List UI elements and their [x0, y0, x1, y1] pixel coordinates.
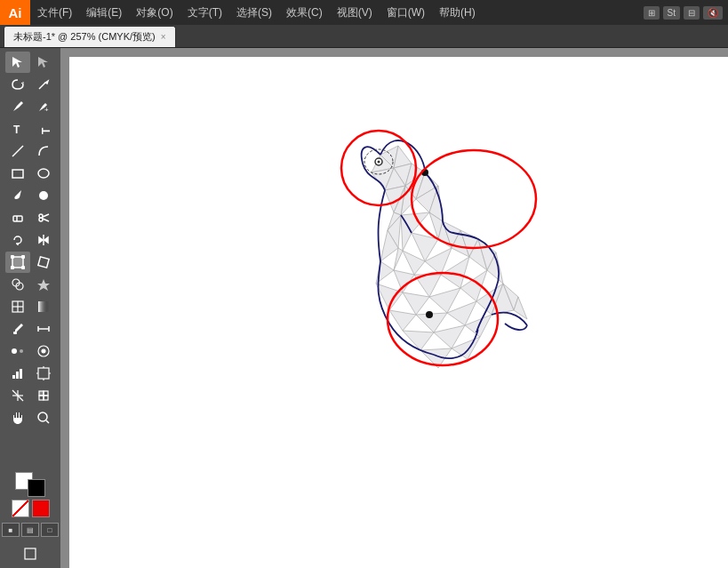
stroke-swatch[interactable] [28, 479, 45, 497]
zoom-tool[interactable] [31, 407, 56, 428]
ellipse-tool[interactable] [31, 163, 56, 184]
blob-brush-tool[interactable] [31, 185, 56, 206]
direct-select-tool[interactable] [31, 52, 56, 73]
menu-view[interactable]: 视图(V) [330, 0, 380, 25]
svg-text:T: T [40, 127, 51, 134]
gradient-mode-btn[interactable]: ▤ [21, 523, 39, 537]
svg-rect-20 [12, 257, 23, 268]
svg-marker-18 [39, 237, 43, 243]
svg-point-36 [12, 348, 17, 354]
magic-wand-tool[interactable] [31, 74, 56, 95]
svg-rect-53 [39, 396, 44, 400]
hand-tool[interactable] [5, 407, 30, 428]
type-tool[interactable]: T [5, 118, 30, 140]
artboard-tool[interactable] [31, 363, 56, 384]
menu-object[interactable]: 对象(O) [129, 0, 180, 25]
change-screen-mode-btn[interactable] [18, 543, 43, 564]
symbol-sprayer-tool[interactable] [31, 340, 56, 362]
svg-point-10 [39, 191, 48, 200]
lasso-tool[interactable] [5, 74, 30, 95]
svg-line-16 [43, 219, 49, 221]
slice-select-tool[interactable] [31, 385, 56, 406]
svg-text:T: T [13, 124, 20, 136]
select-tool[interactable] [5, 52, 30, 73]
svg-point-23 [11, 267, 13, 269]
tabbar: 未标题-1* @ 257% (CMYK/预览) × [0, 25, 728, 48]
svg-rect-25 [37, 257, 48, 268]
left-toolbar: + T T [0, 48, 60, 568]
svg-point-55 [38, 412, 47, 421]
arc-tool[interactable] [31, 140, 56, 162]
svg-rect-32 [13, 332, 17, 334]
eraser-tool[interactable] [5, 207, 30, 228]
grid-btn[interactable]: ⊟ [684, 6, 700, 20]
tab-title: 未标题-1* @ 257% (CMYK/预览) [13, 30, 156, 44]
fill-stroke-stack [15, 472, 45, 497]
titlebar: Ai 文件(F) 编辑(E) 对象(O) 文字(T) 选择(S) 效果(C) 视… [0, 0, 728, 25]
audio-btn[interactable]: 🔇 [703, 6, 723, 20]
svg-rect-54 [44, 396, 48, 400]
mesh-tool[interactable] [5, 296, 30, 317]
svg-marker-19 [44, 237, 48, 243]
scissors-tool[interactable] [31, 207, 56, 228]
shape-builder-tool[interactable] [5, 274, 30, 295]
none-swatch[interactable] [12, 500, 29, 517]
pen-tool[interactable] [5, 96, 30, 117]
svg-marker-97 [389, 310, 416, 331]
menu-effect[interactable]: 效果(C) [279, 0, 330, 25]
color-swatches: ■ ▤ □ [0, 467, 60, 542]
tab-close-btn[interactable]: × [161, 32, 166, 42]
ai-logo: Ai [0, 0, 30, 25]
type-vertical-tool[interactable]: T [31, 118, 56, 140]
menubar: 文件(F) 编辑(E) 对象(O) 文字(T) 选择(S) 效果(C) 视图(V… [30, 0, 644, 25]
add-anchor-tool[interactable]: + [31, 96, 56, 117]
svg-point-22 [21, 256, 24, 259]
blend-tool[interactable] [5, 340, 30, 362]
none-mode-btn[interactable]: □ [41, 523, 59, 537]
menu-select[interactable]: 选择(S) [229, 0, 279, 25]
svg-marker-101 [403, 331, 434, 350]
menu-text[interactable]: 文字(T) [180, 0, 229, 25]
free-transform-tool[interactable] [31, 252, 56, 273]
svg-point-113 [426, 311, 433, 318]
svg-point-37 [20, 349, 23, 353]
eyedropper-tool[interactable] [5, 318, 30, 340]
canvas-area[interactable] [60, 48, 728, 568]
gradient-tool[interactable] [31, 296, 56, 317]
svg-marker-3 [45, 81, 48, 84]
svg-rect-8 [12, 170, 23, 178]
stock-btn[interactable]: St [663, 6, 680, 20]
svg-marker-1 [38, 57, 48, 68]
live-paint-tool[interactable] [31, 274, 56, 295]
red-swatch[interactable] [32, 500, 50, 517]
line-tool[interactable] [5, 140, 30, 162]
svg-rect-40 [12, 375, 15, 379]
menu-edit[interactable]: 编辑(E) [79, 0, 129, 25]
svg-line-56 [46, 420, 49, 423]
paintbrush-tool[interactable] [5, 185, 30, 206]
mesh-shape [341, 131, 536, 368]
svg-text:+: + [44, 106, 49, 114]
svg-rect-51 [39, 391, 44, 396]
svg-point-14 [39, 218, 43, 221]
menu-help[interactable]: 帮助(H) [432, 0, 483, 25]
measure-tool[interactable] [31, 318, 56, 340]
main-canvas-svg[interactable] [69, 57, 728, 568]
workspace-btn[interactable]: ⊞ [644, 6, 660, 20]
menu-window[interactable]: 窗口(W) [380, 0, 432, 25]
rect-tool[interactable] [5, 163, 30, 184]
rotate-tool[interactable] [5, 229, 30, 251]
slice-tool[interactable] [5, 385, 30, 406]
column-graph-tool[interactable] [5, 363, 30, 384]
svg-rect-43 [38, 368, 49, 379]
selected-tool[interactable] [5, 252, 30, 273]
svg-point-39 [42, 349, 45, 353]
fill-mode-btn[interactable]: ■ [2, 523, 20, 537]
document-tab[interactable]: 未标题-1* @ 257% (CMYK/预览) × [4, 26, 176, 47]
svg-rect-52 [44, 391, 48, 396]
svg-point-21 [11, 256, 13, 259]
menu-file[interactable]: 文件(F) [30, 0, 79, 25]
svg-point-24 [21, 267, 24, 269]
svg-marker-0 [12, 57, 22, 68]
reflect-tool[interactable] [31, 229, 56, 251]
